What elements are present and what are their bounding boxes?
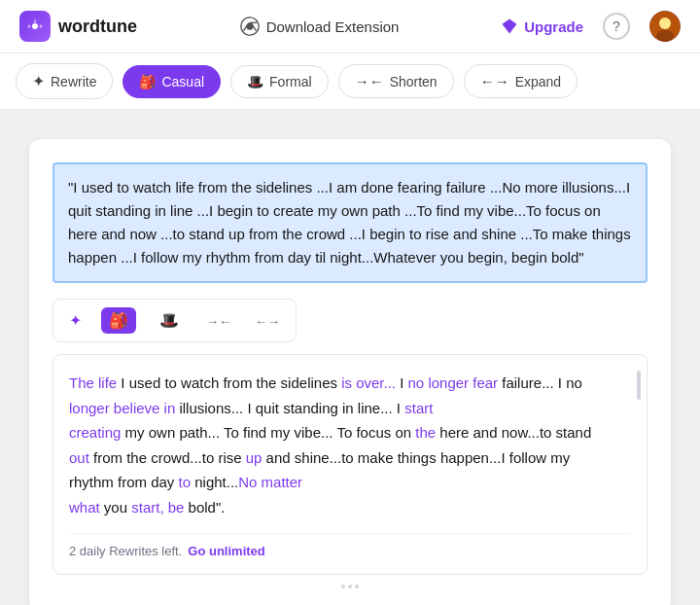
download-extension-label: Download Extension bbox=[266, 18, 400, 35]
mini-expand-icon: ←→ bbox=[255, 314, 280, 329]
main-toolbar: ✦ Rewrite 🎒 Casual 🎩 Formal →← Shorten ←… bbox=[0, 53, 700, 110]
expand-icon: ←→ bbox=[480, 73, 509, 89]
expand-label: Expand bbox=[515, 74, 561, 89]
rewrite-label: Rewrite bbox=[51, 74, 96, 89]
scroll-dot-3 bbox=[355, 585, 359, 588]
selected-text-block[interactable]: "I used to watch life from the sidelines… bbox=[52, 162, 648, 283]
rewrite-result-box: The life I used to watch from the sideli… bbox=[52, 354, 648, 575]
mini-sparkle-button[interactable]: ✦ bbox=[65, 309, 86, 332]
mini-casual-button[interactable]: 🎒 bbox=[101, 307, 136, 334]
help-button[interactable]: ? bbox=[603, 13, 630, 40]
download-extension-btn[interactable]: Download Extension bbox=[239, 16, 400, 37]
scroll-dot-1 bbox=[341, 585, 345, 588]
logo-text: wordtune bbox=[58, 17, 137, 37]
svg-point-7 bbox=[656, 30, 674, 42]
shorten-button[interactable]: →← Shorten bbox=[338, 64, 454, 98]
scroll-dot-2 bbox=[348, 585, 352, 588]
svg-point-1 bbox=[28, 25, 31, 28]
formal-button[interactable]: 🎩 Formal bbox=[230, 65, 329, 98]
help-symbol: ? bbox=[612, 18, 620, 34]
rewrite-word-5: no longer fear bbox=[408, 374, 499, 391]
daily-rewrites-text: 2 daily Rewrites left. bbox=[69, 544, 182, 558]
mini-formal-button[interactable]: 🎩 bbox=[152, 307, 187, 334]
rewrite-word-8: illusions... I quit standing in line... … bbox=[175, 400, 404, 416]
header-right: Upgrade ? bbox=[501, 11, 681, 42]
svg-point-2 bbox=[40, 25, 43, 28]
upgrade-label: Upgrade bbox=[524, 18, 583, 35]
rewrite-word-21: start, be bbox=[131, 499, 184, 516]
content-card: "I used to watch life from the sidelines… bbox=[29, 139, 671, 605]
go-unlimited-link[interactable]: Go unlimited bbox=[188, 544, 264, 558]
rewrite-word-4: I bbox=[396, 374, 408, 391]
rewrite-word-2: I used to watch from the sidelines bbox=[117, 374, 341, 391]
scroll-dots-area bbox=[52, 585, 648, 588]
mini-sparkle-icon: ✦ bbox=[69, 312, 82, 329]
casual-icon: 🎒 bbox=[139, 74, 156, 89]
selected-text-content: "I used to watch life from the sidelines… bbox=[68, 179, 631, 266]
rewrite-word-22: bold". bbox=[184, 499, 225, 516]
wordtune-logo-icon bbox=[19, 11, 51, 42]
chrome-icon bbox=[239, 16, 261, 37]
rewrite-word-20: you bbox=[100, 499, 132, 516]
rewrite-word-7: longer believe in bbox=[69, 400, 175, 416]
mini-casual-icon: 🎒 bbox=[109, 312, 128, 329]
rewrite-text-content: The life I used to watch from the sideli… bbox=[69, 371, 631, 519]
rewrite-word-14: from the crowd...to rise bbox=[89, 449, 246, 466]
main-content: "I used to watch life from the sidelines… bbox=[0, 110, 700, 605]
mini-formal-icon: 🎩 bbox=[159, 312, 179, 329]
rewrite-word-1: The life bbox=[69, 374, 117, 391]
rewrite-word-18: night... bbox=[191, 474, 238, 490]
casual-button[interactable]: 🎒 Casual bbox=[122, 65, 221, 98]
diamond-icon bbox=[501, 18, 518, 35]
expand-button[interactable]: ←→ Expand bbox=[464, 64, 578, 98]
rewrite-word-13: out bbox=[69, 449, 89, 466]
rewrite-word-17: to bbox=[179, 474, 192, 490]
mini-shorten-button[interactable]: →← bbox=[202, 310, 235, 332]
rewrite-button[interactable]: ✦ Rewrite bbox=[16, 63, 113, 99]
rewrite-word-6: failure... I no bbox=[498, 374, 582, 391]
rewrite-word-10: my own path... To find my vibe... To foc… bbox=[121, 424, 415, 441]
casual-label: Casual bbox=[161, 74, 204, 89]
rewrite-word-12: here and now...to stand bbox=[436, 424, 591, 441]
mini-toolbar: ✦ 🎒 🎩 →← ←→ bbox=[52, 299, 297, 342]
rewrite-word-3: is over... bbox=[341, 374, 396, 391]
svg-point-0 bbox=[32, 23, 38, 29]
mini-shorten-icon: →← bbox=[206, 314, 231, 329]
rewrite-word-15: up bbox=[246, 449, 262, 466]
shorten-label: Shorten bbox=[390, 74, 438, 89]
upgrade-button[interactable]: Upgrade bbox=[501, 18, 583, 35]
logo[interactable]: wordtune bbox=[19, 11, 137, 42]
user-avatar[interactable] bbox=[649, 11, 681, 42]
shorten-icon: →← bbox=[355, 73, 384, 89]
rewrite-word-11: the bbox=[415, 424, 436, 441]
sparkle-icon: ✦ bbox=[32, 72, 45, 90]
avatar-image bbox=[649, 11, 681, 42]
scroll-indicator-bar bbox=[637, 371, 641, 400]
header: wordtune Download Extension Upgrade ? bbox=[0, 0, 700, 53]
rewrite-footer: 2 daily Rewrites left. Go unlimited bbox=[69, 533, 631, 558]
formal-label: Formal bbox=[269, 74, 312, 89]
mini-expand-button[interactable]: ←→ bbox=[251, 310, 284, 332]
scroll-dots bbox=[341, 585, 359, 588]
formal-icon: 🎩 bbox=[247, 74, 263, 89]
svg-point-6 bbox=[659, 18, 671, 29]
